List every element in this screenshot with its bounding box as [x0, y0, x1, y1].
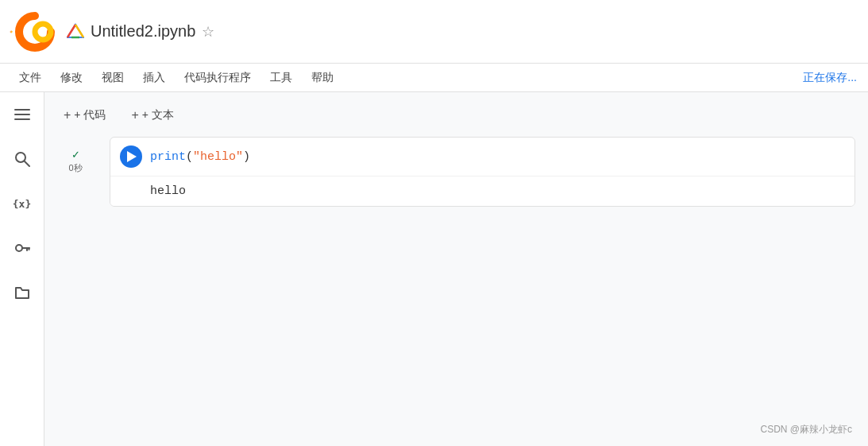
footer-attribution: CSDN @麻辣小龙虾c [760, 423, 852, 436]
code-function: print [150, 150, 186, 164]
sidebar-search-icon[interactable] [8, 145, 37, 173]
add-text-button[interactable]: + + 文本 [125, 105, 179, 126]
svg-line-10 [25, 161, 29, 166]
menu-runtime[interactable]: 代码执行程序 [176, 68, 259, 88]
sidebar: {x} [0, 92, 44, 446]
saving-status: 正在保存... [803, 71, 857, 85]
menu-tools[interactable]: 工具 [262, 68, 300, 88]
code-open-paren: ( [186, 150, 193, 164]
check-icon: ✓ [71, 148, 80, 162]
sidebar-menu-icon[interactable] [8, 100, 37, 129]
drive-icon [67, 23, 84, 41]
star-icon[interactable]: ☆ [202, 23, 214, 41]
cell-output: hello [110, 176, 854, 206]
cell-toolbar: + + 代码 + + 文本 [57, 102, 855, 129]
menu-edit[interactable]: 修改 [52, 68, 91, 88]
cell-execution-status: ✓ 0秒 [57, 137, 94, 175]
menu-view[interactable]: 视图 [94, 68, 132, 88]
exec-time: 0秒 [68, 162, 82, 174]
menu-file[interactable]: 文件 [11, 68, 49, 88]
svg-point-11 [16, 245, 22, 251]
code-string: "hello" [193, 150, 243, 164]
colab-logo [10, 8, 57, 56]
sidebar-variables-icon[interactable]: {x} [8, 189, 37, 218]
menu-help[interactable]: 帮助 [303, 68, 341, 88]
sidebar-files-icon[interactable] [8, 278, 37, 307]
svg-point-1 [35, 24, 51, 40]
menu-insert[interactable]: 插入 [135, 68, 173, 88]
sidebar-secrets-icon[interactable] [8, 234, 37, 262]
content-area: + + 代码 + + 文本 ✓ 0秒 print("hello") [44, 92, 868, 446]
run-cell-button[interactable] [120, 145, 142, 168]
menubar: 文件 修改 视图 插入 代码执行程序 工具 帮助 正在保存... [0, 64, 868, 92]
main-layout: {x} + + 代码 + + 文本 [0, 92, 868, 446]
code-content[interactable]: print("hello") [150, 150, 250, 164]
file-title: Untitled2.ipynb [91, 22, 195, 41]
code-cell: print("hello") hello [110, 137, 855, 207]
add-code-button[interactable]: + + 代码 [57, 105, 112, 126]
add-text-plus: + [131, 108, 138, 122]
title-area: Untitled2.ipynb ☆ [67, 22, 214, 41]
svg-line-5 [75, 25, 83, 37]
svg-marker-2 [68, 25, 83, 37]
code-close-paren: ) [243, 150, 250, 164]
svg-point-9 [16, 153, 25, 162]
svg-line-4 [68, 25, 75, 37]
topbar: Untitled2.ipynb ☆ [0, 0, 868, 64]
add-code-label: + 代码 [74, 108, 106, 122]
add-code-plus: + [64, 108, 71, 122]
code-input-line: print("hello") [110, 138, 854, 176]
add-text-label: + 文本 [142, 108, 174, 122]
output-text: hello [150, 184, 186, 198]
